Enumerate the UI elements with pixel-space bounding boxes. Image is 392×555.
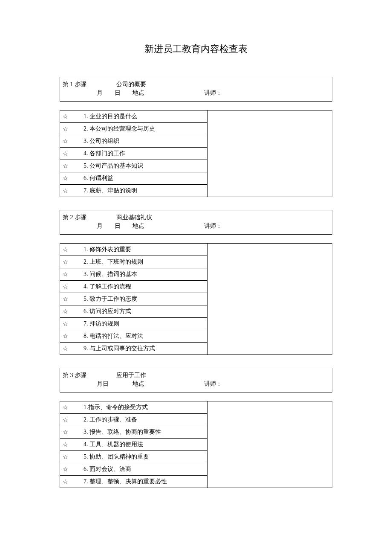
item-text: 2. 本公司的经营理念与历史	[71, 123, 207, 135]
item-text: 7. 底薪、津贴的说明	[71, 185, 207, 197]
star-icon: ☆	[60, 123, 71, 135]
day-label: 日	[115, 90, 121, 96]
step-3-header-box: 第 3 步骤 应用于工作 月日地点 讲师：	[60, 368, 332, 392]
step-2-lecturer: 讲师：	[204, 222, 222, 230]
step-3-lecturer: 讲师：	[204, 380, 222, 388]
item-text: 2. 上班、下班时的规则	[71, 256, 207, 268]
item-text: 6. 何谓利益	[71, 172, 207, 185]
step-1-label: 第 1 步骤	[63, 81, 86, 88]
star-icon: ☆	[60, 330, 71, 343]
item-text: 5. 协助、团队精神的重要	[71, 451, 207, 463]
star-icon: ☆	[60, 451, 71, 463]
step-2-topic: 商业基础礼仪	[116, 214, 152, 221]
item-text: 8. 电话的打法、应对法	[71, 330, 207, 343]
star-icon: ☆	[60, 281, 71, 293]
item-text: 9. 与上司或同事的交往方式	[71, 343, 207, 355]
table-row: ☆1. 修饰外表的重要	[60, 244, 332, 256]
item-text: 2. 工作的步骤、准备	[71, 414, 207, 426]
item-text: 1.指示、命令的接受方式	[71, 401, 207, 414]
item-text: 6. 访问的应对方式	[71, 305, 207, 318]
page-title: 新进员工教育内容检查表	[60, 43, 332, 55]
location-label: 地点	[133, 381, 144, 387]
star-icon: ☆	[60, 426, 71, 439]
item-text: 4. 了解工作的流程	[71, 281, 207, 293]
star-icon: ☆	[60, 172, 71, 185]
star-icon: ☆	[60, 343, 71, 355]
item-text: 7. 整理、整顿、决算的重要必性	[71, 476, 207, 488]
star-icon: ☆	[60, 148, 71, 160]
step-3-items-table: ☆1.指示、命令的接受方式☆2. 工作的步骤、准备☆3. 报告、联络、协商的重要…	[60, 401, 332, 488]
star-icon: ☆	[60, 293, 71, 305]
step-2-header-box: 第 2 步骤 商业基础礼仪 月日地点 讲师：	[60, 210, 332, 235]
star-icon: ☆	[60, 414, 71, 426]
item-text: 3. 问候、措词的基本	[71, 268, 207, 281]
item-text: 4. 各部门的工作	[71, 148, 207, 160]
blank-cell	[207, 244, 332, 355]
step-2-date-location: 月日地点	[97, 222, 144, 230]
item-text: 1. 企业的目的是什么	[71, 110, 207, 123]
step-1-lecturer: 讲师：	[204, 89, 222, 97]
step-1-items-table: ☆1. 企业的目的是什么☆2. 本公司的经营理念与历史☆3. 公司的组织☆4. …	[60, 110, 332, 197]
item-text: 4. 工具、机器的使用法	[71, 439, 207, 451]
day-label: 日	[115, 223, 121, 229]
star-icon: ☆	[60, 160, 71, 172]
star-icon: ☆	[60, 318, 71, 330]
blank-cell	[207, 401, 332, 488]
star-icon: ☆	[60, 185, 71, 197]
location-label: 地点	[133, 223, 144, 229]
star-icon: ☆	[60, 135, 71, 148]
star-icon: ☆	[60, 401, 71, 414]
table-row: ☆1. 企业的目的是什么	[60, 110, 332, 123]
item-text: 5. 致力于工作的态度	[71, 293, 207, 305]
blank-cell	[207, 110, 332, 197]
step-2-label: 第 2 步骤	[63, 214, 86, 221]
month-label: 月	[97, 90, 103, 96]
item-text: 7. 拜访的规则	[71, 318, 207, 330]
table-row: ☆1.指示、命令的接受方式	[60, 401, 332, 414]
item-text: 3. 报告、联络、协商的重要性	[71, 426, 207, 439]
item-text: 5. 公司产品的基本知识	[71, 160, 207, 172]
star-icon: ☆	[60, 305, 71, 318]
star-icon: ☆	[60, 463, 71, 476]
month-day-label: 月日	[97, 381, 109, 387]
star-icon: ☆	[60, 110, 71, 123]
star-icon: ☆	[60, 256, 71, 268]
item-text: 1. 修饰外表的重要	[71, 244, 207, 256]
item-text: 3. 公司的组织	[71, 135, 207, 148]
step-1-header-box: 第 1 步骤 公司的概要 月日地点 讲师：	[60, 77, 332, 102]
location-label: 地点	[133, 90, 144, 96]
step-3-date-location: 月日地点	[97, 380, 144, 388]
star-icon: ☆	[60, 268, 71, 281]
step-3-label: 第 3 步骤	[63, 372, 86, 379]
step-3-topic: 应用于工作	[116, 372, 146, 379]
item-text: 6. 面对会议、洽商	[71, 463, 207, 476]
step-2-items-table: ☆1. 修饰外表的重要☆2. 上班、下班时的规则☆3. 问候、措词的基本☆4. …	[60, 243, 332, 355]
star-icon: ☆	[60, 439, 71, 451]
step-1-topic: 公司的概要	[116, 81, 146, 88]
star-icon: ☆	[60, 244, 71, 256]
month-label: 月	[97, 223, 103, 229]
step-1-date-location: 月日地点	[97, 89, 144, 97]
star-icon: ☆	[60, 476, 71, 488]
